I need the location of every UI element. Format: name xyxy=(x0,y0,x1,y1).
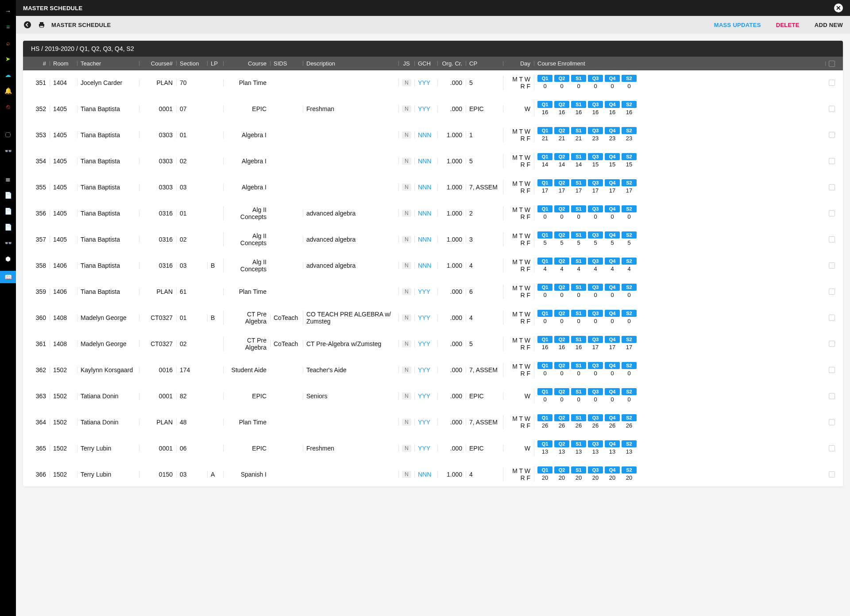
enroll-q1[interactable]: Q113 xyxy=(537,440,552,456)
enroll-s2[interactable]: S24 xyxy=(622,258,637,273)
enroll-s1[interactable]: S14 xyxy=(571,258,586,273)
enroll-q1[interactable]: Q114 xyxy=(537,153,552,169)
cell-gch[interactable]: YYY xyxy=(414,419,437,426)
enroll-q3[interactable]: Q30 xyxy=(588,310,603,325)
enroll-q4[interactable]: Q417 xyxy=(605,336,620,351)
table-row[interactable]: 3511404Jocelyn CarderPLAN70Plan TimeNYYY… xyxy=(23,70,843,95)
enroll-q4[interactable]: Q40 xyxy=(605,284,620,299)
enroll-q2[interactable]: Q24 xyxy=(554,258,569,273)
table-row[interactable]: 3541405Tiana Baptista030302Algebra INNNN… xyxy=(23,149,843,173)
col-course[interactable]: Course xyxy=(223,60,270,67)
col-description[interactable]: Description xyxy=(303,60,398,67)
cell-checkbox[interactable] xyxy=(825,106,838,112)
cell-gch[interactable]: YYY xyxy=(414,340,437,347)
enroll-s1[interactable]: S116 xyxy=(571,101,586,116)
bell-icon[interactable]: 🔔 xyxy=(4,87,12,95)
col-gch[interactable]: GCH xyxy=(414,60,437,67)
enroll-q3[interactable]: Q317 xyxy=(588,179,603,195)
enroll-s2[interactable]: S20 xyxy=(622,388,637,404)
cell-gch[interactable]: YYY xyxy=(414,393,437,400)
cube-icon[interactable]: ⬢ xyxy=(4,255,12,263)
enroll-q2[interactable]: Q216 xyxy=(554,101,569,116)
cell-checkbox[interactable] xyxy=(825,419,838,425)
delete-button[interactable]: DELETE xyxy=(776,22,800,28)
enroll-q1[interactable]: Q116 xyxy=(537,336,552,351)
enroll-q3[interactable]: Q320 xyxy=(588,466,603,482)
table-row[interactable]: 3651502Terry Lubin000106EPICFreshmenNYYY… xyxy=(23,436,843,460)
cell-gch[interactable]: NNN xyxy=(414,184,437,191)
enroll-q2[interactable]: Q25 xyxy=(554,231,569,247)
cell-gch[interactable]: NNN xyxy=(414,210,437,217)
table-row[interactable]: 3521405Tiana Baptista000107EPICFreshmanN… xyxy=(23,96,843,121)
enroll-s2[interactable]: S223 xyxy=(622,127,637,142)
table-row[interactable]: 3591406Tiana BaptistaPLAN61Plan TimeNYYY… xyxy=(23,279,843,304)
enroll-s2[interactable]: S226 xyxy=(622,414,637,430)
enroll-q4[interactable]: Q413 xyxy=(605,440,620,456)
enroll-q3[interactable]: Q326 xyxy=(588,414,603,430)
enroll-s2[interactable]: S217 xyxy=(622,179,637,195)
cell-gch[interactable]: NNN xyxy=(414,236,437,243)
enroll-q3[interactable]: Q35 xyxy=(588,231,603,247)
cell-checkbox[interactable] xyxy=(825,236,838,243)
table-row[interactable]: 3601408Madelyn GeorgeCT032701BCT Pre Alg… xyxy=(23,305,843,330)
enroll-q3[interactable]: Q30 xyxy=(588,284,603,299)
enroll-s2[interactable]: S20 xyxy=(622,75,637,90)
cell-gch[interactable]: YYY xyxy=(414,366,437,373)
cell-gch[interactable]: NNN xyxy=(414,131,437,139)
enroll-s1[interactable]: S10 xyxy=(571,205,586,221)
add-new-button[interactable]: ADD NEW xyxy=(815,22,843,28)
enroll-q3[interactable]: Q30 xyxy=(588,75,603,90)
glasses2-icon[interactable]: 👓 xyxy=(4,239,12,247)
enroll-s2[interactable]: S20 xyxy=(622,362,637,377)
enroll-q1[interactable]: Q116 xyxy=(537,101,552,116)
enroll-s1[interactable]: S10 xyxy=(571,362,586,377)
cell-gch[interactable]: NNN xyxy=(414,262,437,269)
cell-checkbox[interactable] xyxy=(825,132,838,138)
enroll-s2[interactable]: S213 xyxy=(622,440,637,456)
enroll-q4[interactable]: Q415 xyxy=(605,153,620,169)
enroll-q4[interactable]: Q40 xyxy=(605,75,620,90)
enroll-s2[interactable]: S220 xyxy=(622,466,637,482)
enroll-s1[interactable]: S114 xyxy=(571,153,586,169)
table-row[interactable]: 3581406Tiana Baptista031603BAlg II Conce… xyxy=(23,253,843,277)
enroll-q1[interactable]: Q10 xyxy=(537,75,552,90)
enroll-q3[interactable]: Q317 xyxy=(588,336,603,351)
enroll-q2[interactable]: Q213 xyxy=(554,440,569,456)
cell-checkbox[interactable] xyxy=(825,289,838,295)
glasses-icon[interactable]: 👓 xyxy=(4,147,12,155)
enroll-q4[interactable]: Q40 xyxy=(605,388,620,404)
enroll-q3[interactable]: Q315 xyxy=(588,153,603,169)
col-enrollment[interactable]: Course Enrollment xyxy=(534,60,825,67)
cell-gch[interactable]: NNN xyxy=(414,471,437,478)
back-circle-icon[interactable] xyxy=(23,20,32,29)
enroll-s1[interactable]: S10 xyxy=(571,388,586,404)
menu-icon[interactable]: ≡ xyxy=(4,23,12,31)
enroll-q2[interactable]: Q20 xyxy=(554,310,569,325)
table-row[interactable]: 3611408Madelyn GeorgeCT032702CT Pre Alge… xyxy=(23,331,843,356)
enroll-q3[interactable]: Q34 xyxy=(588,258,603,273)
enroll-q4[interactable]: Q40 xyxy=(605,205,620,221)
col-teacher[interactable]: Teacher xyxy=(77,60,139,67)
enroll-q1[interactable]: Q117 xyxy=(537,179,552,195)
book-icon[interactable]: 📖 xyxy=(0,271,16,283)
enroll-s1[interactable]: S126 xyxy=(571,414,586,430)
col-lp[interactable]: LP xyxy=(207,60,223,67)
enroll-q4[interactable]: Q45 xyxy=(605,231,620,247)
table-row[interactable]: 3641502Tatiana DoninPLAN48Plan TimeNYYY.… xyxy=(23,410,843,434)
col-coursenum[interactable]: Course# xyxy=(139,60,176,67)
enroll-q2[interactable]: Q20 xyxy=(554,205,569,221)
close-button[interactable]: ✕ xyxy=(834,4,843,12)
document-icon[interactable]: 📄 xyxy=(4,191,12,199)
monitor-icon[interactable]: 🖵 xyxy=(4,131,12,139)
enroll-q1[interactable]: Q10 xyxy=(537,388,552,404)
col-select-all[interactable] xyxy=(825,61,838,67)
enroll-q2[interactable]: Q214 xyxy=(554,153,569,169)
enroll-s1[interactable]: S10 xyxy=(571,310,586,325)
enroll-s1[interactable]: S120 xyxy=(571,466,586,482)
enroll-q4[interactable]: Q44 xyxy=(605,258,620,273)
enroll-q4[interactable]: Q416 xyxy=(605,101,620,116)
enroll-q1[interactable]: Q120 xyxy=(537,466,552,482)
table-row[interactable]: 3661502Terry Lubin015003ASpanish INNNN1.… xyxy=(23,462,843,486)
cell-checkbox[interactable] xyxy=(825,262,838,269)
list-icon[interactable]: ≣ xyxy=(4,175,12,183)
